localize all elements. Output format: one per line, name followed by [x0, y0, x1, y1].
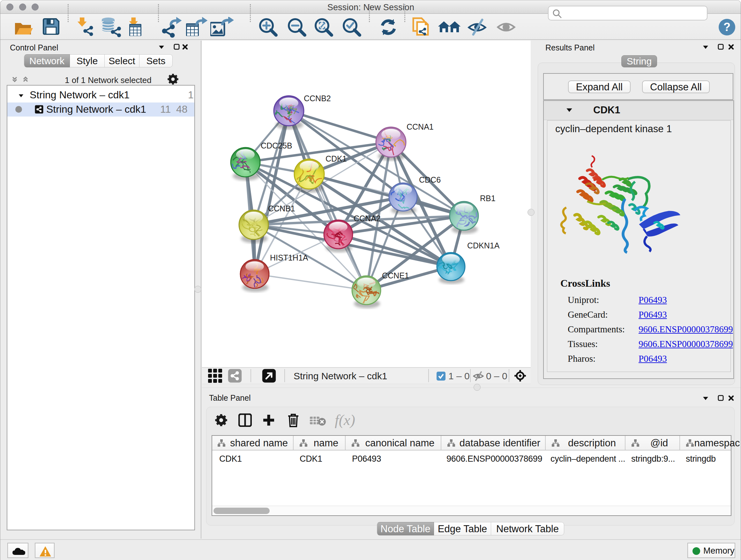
svg-text:CCNA1: CCNA1	[407, 122, 434, 131]
svg-text:?: ?	[724, 20, 731, 34]
svg-text:HIST1H1A: HIST1H1A	[270, 253, 308, 262]
svg-text:CDK1: CDK1	[326, 154, 347, 163]
svg-text:CDC6: CDC6	[419, 175, 441, 184]
svg-text:CCNB2: CCNB2	[304, 94, 331, 103]
svg-text:CCNE1: CCNE1	[382, 271, 409, 280]
svg-text:CCNA2: CCNA2	[354, 214, 381, 223]
svg-text:RB1: RB1	[480, 194, 495, 203]
svg-text:CDC25B: CDC25B	[261, 141, 292, 150]
svg-text:CCNB1: CCNB1	[268, 204, 295, 213]
svg-text:CDKN1A: CDKN1A	[467, 241, 500, 250]
